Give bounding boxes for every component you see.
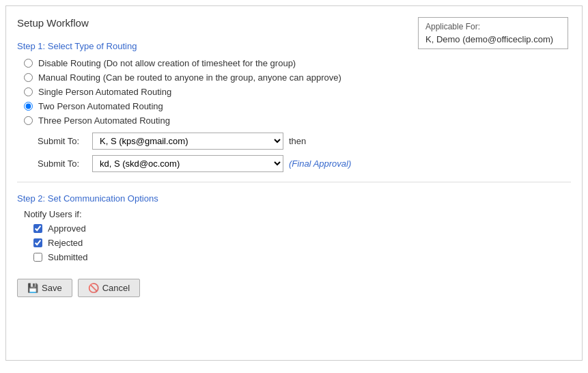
checkbox-item-approved[interactable]: Approved [33,223,571,234]
checkbox-submitted-label: Submitted [48,252,88,262]
checkbox-submitted[interactable] [33,253,42,262]
radio-disable[interactable] [24,59,33,68]
checkbox-rejected-label: Rejected [48,238,83,248]
radio-single[interactable] [24,87,33,96]
radio-item-three[interactable]: Three Person Automated Routing [24,115,571,126]
checkbox-approved[interactable] [33,224,42,233]
setup-workflow-panel: Setup Workflow Applicable For: K, Demo (… [5,5,583,361]
button-row: 💾 Save 🚫 Cancel [17,279,571,297]
cancel-button[interactable]: 🚫 Cancel [78,279,140,297]
radio-item-disable[interactable]: Disable Routing (Do not allow creation o… [24,58,571,68]
submit-section: Submit To: K, S (kps@gmail.com) kd, S (s… [38,133,571,172]
submit-suffix-1: then [289,136,306,146]
submit-row-2: Submit To: K, S (kps@gmail.com) kd, S (s… [38,155,571,172]
save-icon: 💾 [27,283,38,293]
applicable-for-label: Applicable For: [425,22,561,31]
radio-three-label: Three Person Automated Routing [38,115,170,126]
save-button[interactable]: 💾 Save [17,279,72,297]
radio-item-two[interactable]: Two Person Automated Routing [24,101,571,111]
radio-two[interactable] [24,102,33,111]
radio-single-label: Single Person Automated Routing [38,87,171,97]
submit-label-2: Submit To: [38,158,92,169]
cancel-label: Cancel [102,283,130,293]
checkbox-rejected[interactable] [33,238,42,247]
checkbox-approved-label: Approved [48,223,86,234]
radio-three[interactable] [24,116,33,125]
submit-label-1: Submit To: [38,136,92,146]
step-divider [17,182,571,182]
applicable-for-value: K, Demo (demo@officeclip.com) [425,34,561,44]
save-label: Save [42,283,62,293]
submit-row-1: Submit To: K, S (kps@gmail.com) kd, S (s… [38,133,571,150]
radio-two-label: Two Person Automated Routing [38,101,163,111]
checkbox-item-rejected[interactable]: Rejected [33,238,571,248]
routing-type-radio-group: Disable Routing (Do not allow creation o… [24,58,571,126]
radio-manual-label: Manual Routing (Can be routed to anyone … [38,72,341,83]
notify-users-label: Notify Users if: [24,209,571,219]
radio-disable-label: Disable Routing (Do not allow creation o… [38,58,296,68]
applicable-for-box: Applicable For: K, Demo (demo@officeclip… [418,17,568,49]
radio-manual[interactable] [24,73,33,82]
radio-item-single[interactable]: Single Person Automated Routing [24,87,571,97]
step2-header: Step 2: Set Communication Options [17,193,571,204]
submit-select-2[interactable]: K, S (kps@gmail.com) kd, S (skd@oc.com) [92,155,283,172]
radio-item-manual[interactable]: Manual Routing (Can be routed to anyone … [24,72,571,83]
notify-checkbox-group: Approved Rejected Submitted [33,223,571,262]
cancel-icon: 🚫 [88,283,99,293]
submit-suffix-2: (Final Approval) [289,158,351,169]
checkbox-item-submitted[interactable]: Submitted [33,252,571,262]
submit-select-1[interactable]: K, S (kps@gmail.com) kd, S (skd@oc.com) [92,133,283,150]
